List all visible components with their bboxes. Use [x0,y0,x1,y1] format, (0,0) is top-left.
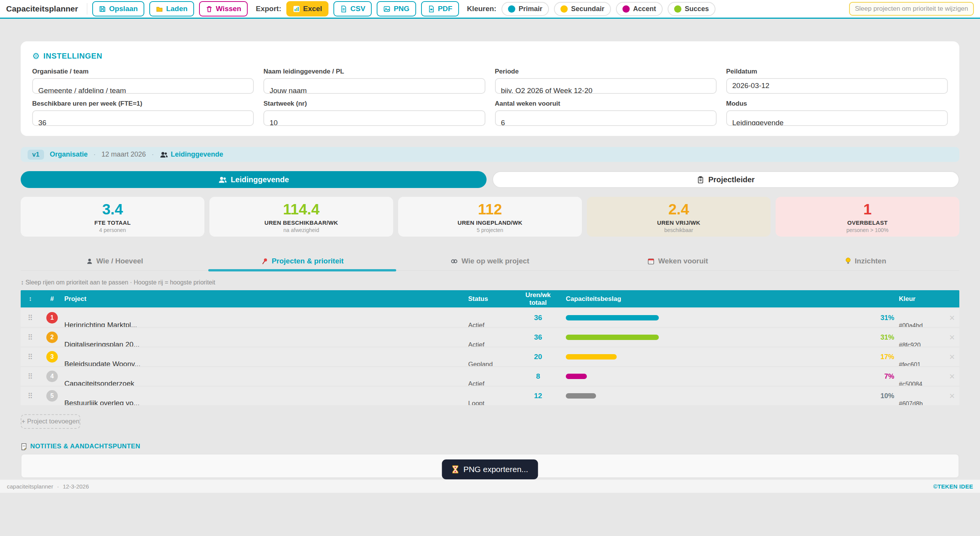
uren-per-week-input[interactable]: 36 [32,110,254,126]
gear-icon: ⚙ [32,51,40,61]
hours-value[interactable]: 8 [536,372,540,380]
csv-file-icon [340,5,347,13]
status-select[interactable]: Actief [468,380,485,386]
lightbulb-icon [845,257,851,265]
color-secundair-button[interactable]: Secundair [554,2,611,16]
tab-weken-vooruit[interactable]: Weken vooruit [584,253,771,270]
table-drag-hint: ↕ Sleep rijen om prioriteit aan te passe… [21,279,959,286]
footer-date: 12-3-2026 [63,483,89,490]
status-select[interactable]: Loopt [468,400,485,405]
project-name-input[interactable]: Digitaliseringsplan 20... [64,340,139,346]
add-project-button[interactable]: + Project toevoegen [21,414,80,429]
capacity-pct: 31% [866,314,899,322]
color-primair-button[interactable]: Primair [501,2,549,16]
tab-wie-op-welk-project[interactable]: Wie op welk project [396,253,584,270]
pdf-file-icon [428,5,435,13]
periode-input[interactable]: bijv. Q2 2026 of Week 12-20 [495,78,717,94]
drag-handle[interactable]: ⠿ [28,392,33,400]
field-weken-vooruit: Aantal weken vooruit 6 [495,100,717,126]
link-icon [451,258,458,265]
excel-chart-icon [293,5,300,13]
table-row[interactable]: ⠿ 2 Digitaliseringsplan 20... Actief 36 … [21,328,959,346]
startweek-input[interactable]: 10 [263,110,485,126]
header-capacity: Capaciteitsbeslag [554,295,899,303]
save-button[interactable]: Opslaan [92,1,144,16]
version-chip[interactable]: v1 [28,150,44,160]
naam-input[interactable]: Jouw naam [263,78,485,94]
clipboard-icon [697,176,704,184]
stat-overbelast: 1 OVERBELAST personen > 100% [776,197,959,237]
footer-credit: ©TEKEN IDEE [933,483,973,490]
settings-panel: ⚙ INSTELLINGEN Organisatie / team Gemeen… [21,41,959,136]
header-nr: # [40,295,64,303]
hours-value[interactable]: 12 [534,392,542,400]
color-hex-input[interactable]: #fec601 [899,361,921,366]
header-project: Project [64,295,468,303]
color-accent-button[interactable]: Accent [616,2,663,16]
save-icon [99,5,106,13]
drag-handle[interactable]: ⠿ [28,372,33,381]
delete-row-button[interactable]: ✕ [949,372,955,381]
delete-row-button[interactable]: ✕ [949,333,955,342]
tab-wie-hoeveel[interactable]: Wie / Hoeveel [21,253,208,270]
status-select[interactable]: Gepland [468,361,493,366]
capacity-bar [566,315,659,320]
stat-uren-beschikbaar: 114.4 UREN BESCHIKBAAR/WK na afwezigheid [209,197,393,237]
field-startweek: Startweek (nr) 10 [263,100,485,126]
project-name-input[interactable]: Beleidsupdate Woonv... [64,360,140,366]
export-pdf-button[interactable]: PDF [421,1,459,16]
priority-badge: 2 [46,332,58,343]
project-name-input[interactable]: Herinrichting Marktpl... [64,321,137,327]
color-hex-input[interactable]: #c50084 [899,381,922,386]
drag-handle[interactable]: ⠿ [28,333,33,342]
status-select[interactable]: Actief [468,341,485,346]
load-button[interactable]: Laden [149,1,194,16]
version-date: 12 maart 2026 [101,150,146,159]
hours-value[interactable]: 36 [534,333,542,341]
table-row[interactable]: ⠿ 5 Bestuurlijk overleg vo... Loopt 12 1… [21,387,959,405]
peildatum-input[interactable]: 2026-03-12 [726,78,948,94]
color-hex-input[interactable]: #8fc920 [899,342,921,346]
stat-uren-vrij: 2.4 UREN VRIJ/WK beschikbaar [587,197,771,237]
clear-button[interactable]: Wissen [199,1,248,16]
header-status: Status [468,295,522,303]
capacity-bar [566,335,659,340]
table-row[interactable]: ⠿ 1 Herinrichting Marktpl... Actief 36 3… [21,309,959,327]
modus-select[interactable]: Leidinggevende [726,110,948,126]
delete-row-button[interactable]: ✕ [949,353,955,361]
tab-inzichten[interactable]: Inzichten [772,253,959,270]
color-hex-input[interactable]: #00a4bd [899,322,923,327]
status-select[interactable]: Actief [468,322,485,327]
drag-handle[interactable]: ⠿ [28,353,33,361]
export-png-button[interactable]: PNG [377,1,416,16]
export-excel-button[interactable]: Excel [286,1,329,16]
field-organisatie: Organisatie / team Gemeente / afdeling /… [32,68,254,94]
person-icon [86,258,93,265]
field-peildatum: Peildatum 2026-03-12 [726,68,948,94]
export-csv-button[interactable]: CSV [333,1,372,16]
field-modus: Modus Leidinggevende [726,100,948,126]
hours-value[interactable]: 36 [534,314,542,322]
table-row[interactable]: ⠿ 4 Capaciteitsonderzoek Actief 8 7% #c5… [21,367,959,386]
capacity-pct: 7% [866,373,899,381]
primair-color-dot [508,5,515,13]
delete-row-button[interactable]: ✕ [949,392,955,400]
project-name-input[interactable]: Capaciteitsonderzoek [64,379,134,386]
delete-row-button[interactable]: ✕ [949,314,955,322]
priority-badge: 4 [46,371,58,382]
tab-projecten-prioriteit[interactable]: Projecten & prioriteit [208,253,396,270]
organisatie-input[interactable]: Gemeente / afdeling / team [32,78,254,94]
mode-tab-projectleider[interactable]: Projectleider [492,171,960,188]
toolbar-divider [87,3,87,15]
hours-value[interactable]: 20 [534,353,542,361]
project-name-input[interactable]: Bestuurlijk overleg vo... [64,399,139,405]
drag-handle[interactable]: ⠿ [28,314,33,322]
table-row[interactable]: ⠿ 3 Beleidsupdate Woonv... Gepland 20 17… [21,348,959,366]
section-tabs: Wie / Hoeveel Projecten & prioriteit Wie… [21,253,959,271]
capacity-bar-track [566,335,866,340]
color-succes-button[interactable]: Succes [668,2,715,16]
version-mode: Leidinggevende [160,150,223,159]
color-hex-input[interactable]: #607d8b [899,400,923,405]
weken-vooruit-input[interactable]: 6 [495,110,717,126]
mode-tab-leidinggevende[interactable]: Leidinggevende [21,171,487,188]
